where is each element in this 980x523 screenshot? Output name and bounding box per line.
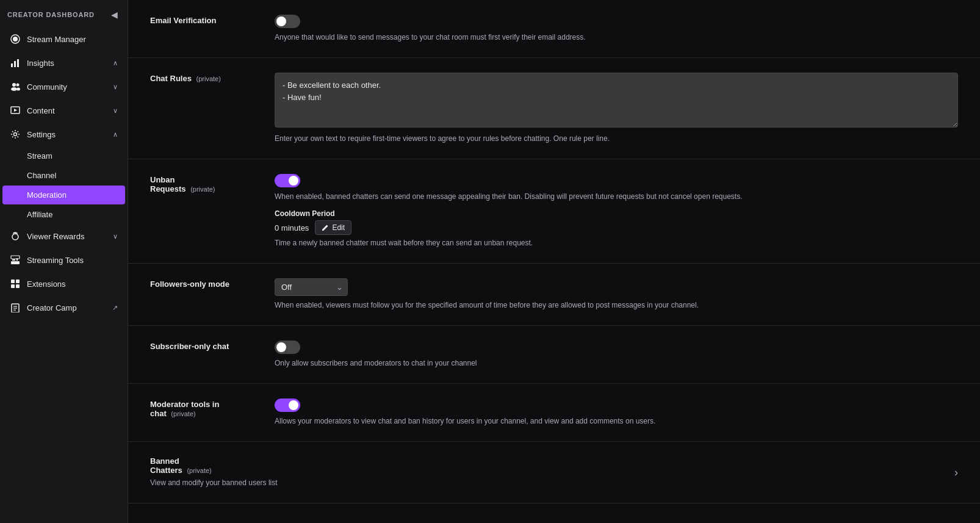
- sidebar-item-moderation[interactable]: Moderation: [2, 186, 125, 204]
- sidebar-item-stream-manager[interactable]: Stream Manager: [2, 27, 125, 51]
- svg-marker-10: [14, 109, 17, 112]
- sidebar-item-insights[interactable]: Insights ∧: [2, 51, 125, 74]
- unban-requests-private-badge: (private): [190, 186, 215, 193]
- sidebar-item-label: Extensions: [27, 280, 66, 289]
- unban-requests-section: UnbanRequests (private) When enabled, ba…: [128, 159, 980, 264]
- extensions-icon: [10, 278, 21, 289]
- banned-chatters-section: BannedChatters (private) View and modify…: [128, 442, 980, 503]
- moderator-tools-toggle[interactable]: [275, 399, 300, 412]
- svg-point-6: [16, 84, 20, 87]
- svg-rect-13: [11, 261, 20, 264]
- viewer-rewards-chevron-icon: ∨: [113, 233, 118, 240]
- chat-rules-label-col: Chat Rules (private): [150, 73, 260, 83]
- sidebar-item-label: Streaming Tools: [27, 256, 84, 265]
- sidebar-item-stream[interactable]: Stream: [2, 146, 125, 165]
- sidebar-item-affiliate[interactable]: Affiliate: [2, 205, 125, 224]
- banned-chatters-private-badge: (private): [187, 467, 211, 474]
- sidebar-item-settings[interactable]: Settings ∧: [2, 123, 125, 146]
- sidebar-item-label: Channel: [27, 171, 56, 180]
- followers-only-select[interactable]: Off 10 minutes 30 minutes 1 hour 1 day 1…: [275, 278, 348, 296]
- chat-rules-description: Enter your own text to require first-tim…: [275, 133, 958, 144]
- moderator-tools-toggle-wrapper: [275, 399, 958, 412]
- sidebar-item-channel[interactable]: Channel: [2, 166, 125, 185]
- subscriber-only-toggle-wrapper: [275, 341, 958, 354]
- email-verification-label-col: Email Verification: [150, 15, 260, 25]
- settings-icon: [10, 129, 21, 140]
- svg-rect-4: [17, 59, 19, 67]
- followers-only-label: Followers-only mode: [150, 280, 229, 289]
- banned-chatters-chevron-icon: ›: [954, 466, 958, 479]
- community-chevron-icon: ∨: [113, 83, 118, 91]
- followers-only-section: Followers-only mode Off 10 minutes 30 mi…: [128, 264, 980, 326]
- sidebar-item-community[interactable]: Community ∨: [2, 75, 125, 98]
- followers-only-row: Followers-only mode Off 10 minutes 30 mi…: [150, 278, 958, 311]
- sidebar-collapse-button[interactable]: ◀: [109, 9, 120, 21]
- email-verification-toggle-wrapper: [275, 15, 958, 28]
- svg-rect-16: [11, 256, 20, 259]
- moderator-tools-label-col: Moderator tools inchat (private): [150, 399, 260, 418]
- banned-chatters-description: View and modify your banned users list: [150, 477, 954, 488]
- email-verification-label: Email Verification: [150, 16, 216, 25]
- streaming-tools-icon: [10, 254, 21, 265]
- sidebar-item-label: Creator Camp: [27, 303, 77, 312]
- chat-rules-row: Chat Rules (private) - Be excellent to e…: [150, 73, 958, 144]
- cooldown-period-label: Cooldown Period: [275, 209, 958, 218]
- followers-only-content: Off 10 minutes 30 minutes 1 hour 1 day 1…: [275, 278, 958, 311]
- sidebar-header: CREATOR DASHBOARD ◀: [0, 0, 128, 27]
- followers-only-description: When enabled, viewers must follow you fo…: [275, 300, 958, 311]
- chat-rules-content: - Be excellent to each other. - Have fun…: [275, 73, 958, 144]
- svg-rect-3: [14, 61, 16, 67]
- content-chevron-icon: ∨: [113, 107, 118, 115]
- creator-camp-external-icon: ↗: [112, 304, 118, 312]
- insights-chevron-icon: ∧: [113, 59, 118, 67]
- moderator-tools-content: Allows your moderators to view chat and …: [275, 399, 958, 427]
- moderator-tools-description: Allows your moderators to view chat and …: [275, 416, 958, 427]
- unban-requests-content: When enabled, banned chatters can send o…: [275, 174, 958, 248]
- sidebar-item-label: Moderation: [27, 190, 67, 200]
- cooldown-edit-button[interactable]: Edit: [315, 220, 351, 235]
- sidebar-item-label: Stream Manager: [27, 35, 86, 44]
- viewer-rewards-icon: [10, 231, 21, 242]
- svg-rect-20: [16, 284, 20, 288]
- svg-point-0: [13, 37, 18, 41]
- sidebar: CREATOR DASHBOARD ◀ Stream Manager Insig…: [0, 0, 128, 523]
- sidebar-item-extensions[interactable]: Extensions: [2, 272, 125, 295]
- sidebar-item-streaming-tools[interactable]: Streaming Tools: [2, 248, 125, 272]
- sidebar-item-creator-camp[interactable]: Creator Camp ↗: [2, 296, 125, 319]
- insights-icon: [10, 57, 21, 68]
- sidebar-item-viewer-rewards[interactable]: Viewer Rewards ∨: [2, 225, 125, 248]
- subscriber-only-description: Only allow subscribers and moderators to…: [275, 358, 958, 369]
- creator-camp-icon: [10, 302, 21, 313]
- unban-requests-toggle[interactable]: [275, 174, 300, 187]
- cooldown-period-section: Cooldown Period 0 minutes Edit Time a ne…: [275, 209, 958, 248]
- email-verification-toggle[interactable]: [275, 15, 300, 28]
- email-verification-row: Email Verification Anyone that would lik…: [150, 15, 958, 43]
- subscriber-only-toggle[interactable]: [275, 341, 300, 354]
- community-icon: [10, 81, 21, 92]
- svg-point-11: [14, 133, 17, 136]
- followers-only-select-wrapper: Off 10 minutes 30 minutes 1 hour 1 day 1…: [275, 278, 348, 296]
- sidebar-item-label: Settings: [27, 130, 56, 139]
- svg-point-12: [12, 234, 18, 240]
- svg-rect-18: [16, 280, 20, 283]
- sidebar-item-content[interactable]: Content ∨: [2, 99, 125, 122]
- stream-manager-icon: [10, 34, 21, 45]
- sidebar-item-label: Affiliate: [27, 210, 52, 219]
- chat-rules-section: Chat Rules (private) - Be excellent to e…: [128, 58, 980, 159]
- unban-requests-description: When enabled, banned chatters can send o…: [275, 191, 958, 202]
- toggle-thumb: [289, 176, 298, 186]
- cooldown-description: Time a newly banned chatter must wait be…: [275, 237, 958, 248]
- sidebar-item-label: Insights: [27, 59, 54, 68]
- toggle-thumb: [289, 400, 298, 410]
- unban-requests-toggle-wrapper: [275, 174, 958, 187]
- email-verification-content: Anyone that would like to send messages …: [275, 15, 958, 43]
- banned-chatters-row[interactable]: BannedChatters (private) View and modify…: [150, 456, 958, 488]
- toggle-thumb: [276, 16, 286, 26]
- sidebar-item-label: Viewer Rewards: [27, 232, 84, 241]
- chat-rules-textarea[interactable]: - Be excellent to each other. - Have fun…: [275, 73, 958, 128]
- unban-requests-label: UnbanRequests: [150, 175, 186, 193]
- svg-rect-14: [12, 259, 15, 261]
- cooldown-value-row: 0 minutes Edit: [275, 220, 958, 235]
- edit-button-label: Edit: [332, 223, 345, 232]
- sidebar-item-label: Community: [27, 82, 67, 92]
